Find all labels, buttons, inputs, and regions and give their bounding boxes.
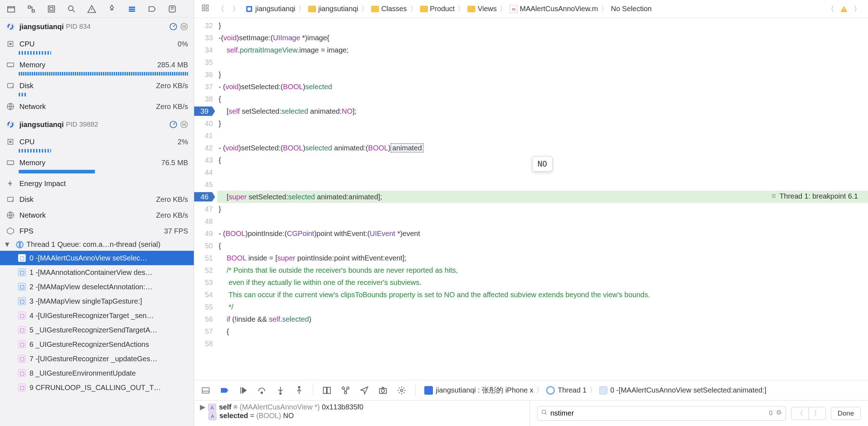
console-search[interactable]: 0 bbox=[537, 406, 786, 421]
breadcrumb-tail[interactable]: No Selection bbox=[611, 5, 652, 13]
memory-spark bbox=[19, 72, 188, 76]
stack-frame[interactable]: ▢6 _UIGestureRecognizerSendActions bbox=[0, 337, 194, 352]
memory-graph-icon[interactable] bbox=[341, 385, 351, 395]
memory-metric[interactable]: Memory285.4 MB bbox=[0, 56, 194, 72]
network-metric[interactable]: NetworkZero KB/s bbox=[0, 207, 194, 222]
frame-icon: ▢ bbox=[18, 355, 26, 363]
thread-header[interactable]: ▼ Thread 1 Queue: com.a…n-thread (serial… bbox=[0, 238, 194, 251]
nav-forward2-icon[interactable]: 〉 bbox=[851, 4, 863, 14]
settings-icon[interactable] bbox=[397, 385, 407, 395]
breadcrumb-item[interactable]: jiangsutianqi bbox=[308, 5, 358, 13]
done-button[interactable]: Done bbox=[831, 407, 861, 420]
memory-metric[interactable]: Memory76.5 MB bbox=[0, 154, 194, 170]
nav-forward-icon[interactable]: 〉 bbox=[230, 4, 242, 14]
columns-icon[interactable] bbox=[180, 121, 188, 128]
search-icon bbox=[541, 409, 548, 417]
main-area: 〈 〉 jiangsutianqi〉jiangsutianqi〉Classes〉… bbox=[194, 0, 868, 426]
breakpoints-tab-icon[interactable] bbox=[147, 4, 157, 14]
folder-icon bbox=[420, 6, 428, 12]
thread-badge[interactable]: ≡ Thread 1: breakpoint 6.1 bbox=[768, 191, 862, 201]
network-metric[interactable]: NetworkZero KB/s bbox=[0, 98, 194, 114]
step-into-icon[interactable] bbox=[275, 385, 285, 395]
breadcrumb-item[interactable]: jiangsutianqi bbox=[245, 5, 295, 13]
svg-rect-38 bbox=[844, 8, 844, 10]
search-tab-icon[interactable] bbox=[67, 4, 76, 14]
stack-frame[interactable]: ▢4 -[UIGestureRecognizerTarget _sen… bbox=[0, 308, 194, 323]
stack-frame[interactable]: ▢9 CFRUNLOOP_IS_CALLING_OUT_T… bbox=[0, 380, 194, 395]
breadcrumb-item[interactable]: Views bbox=[467, 5, 497, 13]
svg-rect-26 bbox=[7, 161, 14, 164]
process-row[interactable]: jiangsutianqi PID 39882 bbox=[0, 116, 194, 133]
frame-icon: ▢ bbox=[18, 254, 26, 262]
columns-icon[interactable] bbox=[180, 23, 188, 31]
step-over-icon[interactable] bbox=[257, 385, 267, 395]
svg-point-20 bbox=[6, 120, 15, 129]
warning-icon[interactable] bbox=[840, 5, 848, 13]
breadcrumb-item[interactable]: Product bbox=[420, 5, 455, 13]
process-row[interactable]: jiangsutianqi PID 834 bbox=[0, 18, 194, 35]
gauge-icon[interactable] bbox=[169, 121, 177, 128]
var-kind-icon: A bbox=[208, 404, 216, 412]
svg-rect-39 bbox=[844, 10, 844, 11]
search-nav: 〈 〉 bbox=[791, 407, 826, 420]
debug-tab-icon[interactable] bbox=[127, 4, 137, 14]
cpu-metric[interactable]: CPU0% bbox=[0, 35, 194, 51]
gutter[interactable]: 3233343536373839404142434445464748495051… bbox=[194, 18, 217, 380]
stack-frame[interactable]: ▢3 -[MAMapView singleTapGesture:] bbox=[0, 294, 194, 308]
console-search-input[interactable] bbox=[551, 409, 769, 417]
var-name: self bbox=[219, 403, 231, 411]
issues-tab-icon[interactable] bbox=[87, 4, 96, 14]
disclosure-triangle-icon[interactable]: ▼ bbox=[4, 240, 11, 249]
svg-rect-40 bbox=[202, 388, 209, 393]
variables-view[interactable]: ▶Aself = (MAAlertCusAnnoView *) 0x113b83… bbox=[194, 400, 530, 426]
nav-back2-icon[interactable]: 〈 bbox=[825, 4, 836, 14]
stack-frame[interactable]: ▢1 -[MAAnnotationContainerView des… bbox=[0, 265, 194, 280]
var-name: selected bbox=[219, 412, 248, 420]
reports-tab-icon[interactable] bbox=[168, 4, 177, 14]
svg-point-42 bbox=[280, 393, 281, 394]
stack-frame[interactable]: ▢2 -[MAMapView deselectAnnotation:… bbox=[0, 280, 194, 294]
related-items-icon[interactable] bbox=[199, 4, 211, 14]
svg-point-51 bbox=[401, 389, 403, 391]
svg-rect-7 bbox=[129, 8, 135, 9]
debug-frame: 0 -[MAAlertCusAnnoView setSelected:anima… bbox=[610, 386, 766, 394]
view-debug-icon[interactable] bbox=[322, 385, 332, 395]
hide-debug-icon[interactable] bbox=[201, 385, 211, 395]
debug-path[interactable]: jiangsutianqi : 张彤的 iPhone x 〉 Thread 1 … bbox=[424, 385, 767, 395]
breadcrumb-file[interactable]: mMAAlertCusAnnoView.m bbox=[510, 5, 598, 13]
cpu-spark bbox=[19, 51, 51, 55]
search-prev-icon[interactable]: 〈 bbox=[791, 407, 808, 420]
svg-rect-1 bbox=[28, 6, 31, 8]
code-editor[interactable]: 3233343536373839404142434445464748495051… bbox=[194, 18, 868, 380]
breadcrumb-item[interactable]: Classes bbox=[371, 5, 407, 13]
location-icon[interactable] bbox=[359, 385, 369, 395]
value-tooltip: NO bbox=[532, 156, 553, 172]
disk-metric[interactable]: DiskZero KB/s bbox=[0, 191, 194, 207]
nav-back-icon[interactable]: 〈 bbox=[215, 4, 227, 14]
stack-frame[interactable]: ▢7 -[UIGestureRecognizer _updateGes… bbox=[0, 352, 194, 366]
tests-tab-icon[interactable] bbox=[107, 4, 117, 14]
var-kind-icon: A bbox=[209, 412, 216, 420]
symbols-tab-icon[interactable] bbox=[47, 4, 56, 14]
jump-bar: 〈 〉 jiangsutianqi〉jiangsutianqi〉Classes〉… bbox=[194, 0, 868, 18]
stack-frame[interactable]: ▢5 _UIGestureRecognizerSendTargetA… bbox=[0, 323, 194, 337]
screenshot-icon[interactable] bbox=[378, 385, 388, 395]
fps-metric[interactable]: FPS37 FPS bbox=[0, 222, 194, 238]
energy-metric[interactable]: Energy Impact bbox=[0, 175, 194, 191]
folder-tab-icon[interactable] bbox=[6, 4, 16, 14]
thread-title: Thread 1 Queue: com.a…n-thread (serial) bbox=[27, 240, 160, 249]
stack-frame[interactable]: ▢0 -[MAAlertCusAnnoView setSelec… bbox=[0, 251, 194, 265]
continue-icon[interactable] bbox=[238, 385, 248, 395]
source-control-tab-icon[interactable] bbox=[27, 4, 36, 14]
search-next-icon[interactable]: 〉 bbox=[808, 407, 826, 420]
disclosure-icon[interactable]: ▶ bbox=[200, 403, 205, 411]
cpu-metric[interactable]: CPU2% bbox=[0, 133, 194, 149]
svg-point-50 bbox=[382, 389, 385, 392]
disk-metric[interactable]: DiskZero KB/s bbox=[0, 77, 194, 93]
stack-frame[interactable]: ▢8 _UIGestureEnvironmentUpdate bbox=[0, 366, 194, 380]
step-out-icon[interactable] bbox=[294, 385, 304, 395]
clear-icon[interactable] bbox=[776, 409, 782, 417]
breakpoints-toggle-icon[interactable] bbox=[219, 385, 229, 395]
frame-icon: ▢ bbox=[18, 283, 26, 291]
gauge-icon[interactable] bbox=[169, 23, 177, 31]
